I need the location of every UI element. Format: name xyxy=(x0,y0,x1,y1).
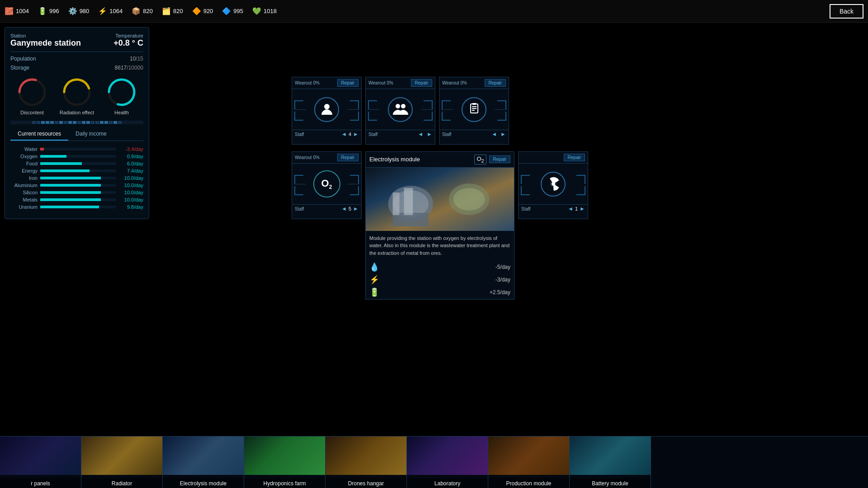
svg-point-8 xyxy=(401,104,406,108)
staff-count-5: 1 xyxy=(575,206,578,211)
res-row-oxygen: Oxygen 0.9/day xyxy=(10,154,143,159)
building-img-radiator xyxy=(81,436,162,475)
repair-button-4[interactable]: Repair xyxy=(337,154,359,161)
tick xyxy=(64,121,67,124)
electrolysis-description: Module providing the station with oxygen… xyxy=(366,231,514,261)
h-line xyxy=(442,109,453,110)
staff-next-arrow-3[interactable]: ► xyxy=(500,131,506,137)
gear-icon: ⚙️ xyxy=(68,7,77,16)
module-footer-5: Staff ◄ 1 ► xyxy=(519,204,588,213)
gauge-label-discontent: Discontent xyxy=(20,110,44,115)
res-row-energy: Energy 7.4/day xyxy=(10,168,143,174)
bracket xyxy=(294,100,303,109)
bracket xyxy=(294,175,303,184)
staff-prev-arrow-1[interactable]: ◄ xyxy=(341,131,347,137)
staff-next-arrow-2[interactable]: ► xyxy=(427,131,432,137)
bracket xyxy=(350,175,359,184)
module-card-5: Repair Staff ◄ 1 ► xyxy=(518,151,588,219)
gauge-label-health: Health xyxy=(114,110,129,115)
lightning-icon: ⚡ xyxy=(98,7,107,16)
res-name-water: Water xyxy=(10,146,38,152)
electrolysis-expanded-panel: Electrolysis module O2 Repair xyxy=(365,151,514,300)
module-footer-2: Staff ◄ ► xyxy=(366,130,435,138)
elec-res-value-3: +2.5/day xyxy=(490,289,510,296)
resource-value-3: 980 xyxy=(80,8,90,14)
res-row-aluminium: Aluminium 10.0/day xyxy=(10,183,143,188)
building-name-radiator: Radiator xyxy=(81,479,162,488)
population-row: Population 10/15 xyxy=(10,56,143,62)
resource-item-7: 🔶 920 xyxy=(192,7,213,16)
module-footer-4: Staff ◄ 5 ► xyxy=(292,204,361,213)
repair-button-3[interactable]: Repair xyxy=(485,79,506,87)
h-line xyxy=(495,109,506,110)
h-line xyxy=(348,184,359,184)
module-icon-area-4: O2 xyxy=(292,164,361,204)
tick xyxy=(59,121,63,124)
h-line xyxy=(368,109,379,110)
res-name-iron: Iron xyxy=(10,175,38,181)
res-bar-fill-silicon xyxy=(40,191,101,194)
tick xyxy=(91,121,94,124)
electrolysis-repair-button[interactable]: Repair xyxy=(489,155,510,163)
staff-count-4: 5 xyxy=(349,206,351,211)
building-item-hydroponics[interactable]: Hydroponics farm xyxy=(244,436,326,488)
res-bar-fill-water xyxy=(40,148,44,150)
tab-daily-income[interactable]: Daily income xyxy=(68,128,114,141)
staff-prev-arrow-4[interactable]: ◄ xyxy=(341,206,347,212)
bracket xyxy=(424,100,433,109)
building-item-solar[interactable]: r panels xyxy=(0,436,81,488)
svg-rect-21 xyxy=(404,188,413,215)
building-item-production[interactable]: Production module xyxy=(488,436,570,488)
res-name-silicon: Silicon xyxy=(10,190,38,195)
staff-next-arrow-1[interactable]: ► xyxy=(353,131,359,137)
tab-current-resources[interactable]: Current resources xyxy=(10,128,68,141)
staff-next-arrow-5[interactable]: ► xyxy=(580,206,585,212)
building-name-drones: Drones hangar xyxy=(326,479,406,488)
bracket xyxy=(442,112,451,121)
res-name-energy: Energy xyxy=(10,168,38,174)
staff-prev-arrow-3[interactable]: ◄ xyxy=(491,131,497,137)
staff-nav-2: ◄ ► xyxy=(418,131,432,137)
resource-item-5: 📦 820 xyxy=(132,7,153,16)
staff-nav-5: ◄ 1 ► xyxy=(568,206,585,212)
svg-rect-20 xyxy=(393,192,400,215)
res-row-metals: Metals 10.0/day xyxy=(10,197,143,202)
resource-item-8: 🔷 995 xyxy=(222,7,243,16)
module-card-4: Wearout 0% Repair O2 Staff ◄ 5 ► xyxy=(292,151,362,219)
building-item-radiator[interactable]: Radiator xyxy=(81,436,163,488)
res-bar-fill-uranium xyxy=(40,206,99,208)
building-item-lab[interactable]: Laboratory xyxy=(407,436,488,488)
res-value-energy: 7.4/day xyxy=(118,168,143,174)
bracket xyxy=(521,175,530,184)
elec-res-value-1: -5/day xyxy=(495,264,510,270)
storage-label: Storage xyxy=(10,65,29,71)
building-item-electrolysis[interactable]: Electrolysis module xyxy=(163,436,244,488)
staff-prev-arrow-2[interactable]: ◄ xyxy=(418,131,423,137)
module-card-3: Wearout 0% Repair Staff xyxy=(439,77,509,145)
building-img-electrolysis xyxy=(163,436,244,475)
bracket xyxy=(368,112,377,121)
tick xyxy=(37,121,40,124)
resource-value-6: 820 xyxy=(173,8,183,14)
gauge-circle-radiation xyxy=(61,76,93,108)
storage-row: Storage 8617/10000 xyxy=(10,65,143,71)
staff-next-arrow-4[interactable]: ► xyxy=(353,206,359,212)
res-row-food: Food 6.0/day xyxy=(10,161,143,166)
tick xyxy=(109,121,113,124)
staff-prev-arrow-5[interactable]: ◄ xyxy=(568,206,573,212)
back-button[interactable]: Back xyxy=(830,4,863,19)
h-line xyxy=(348,109,359,110)
repair-button-5[interactable]: Repair xyxy=(564,154,585,161)
repair-button-2[interactable]: Repair xyxy=(411,79,432,87)
wearout-text-4: Wearout 0% xyxy=(295,155,320,160)
left-panel: Station Ganymede station Temperature +0.… xyxy=(5,27,149,219)
module-icon-circle-1 xyxy=(314,97,339,122)
building-item-battery[interactable]: Battery module xyxy=(570,436,651,488)
repair-button-1[interactable]: Repair xyxy=(337,79,359,87)
population-value: 10/15 xyxy=(130,56,143,62)
building-item-drones[interactable]: Drones hangar xyxy=(326,436,407,488)
building-img-lab xyxy=(407,436,488,475)
module-icon-circle-3 xyxy=(462,97,486,122)
building-img-drones xyxy=(326,436,406,475)
staff-label-2: Staff xyxy=(368,132,377,137)
